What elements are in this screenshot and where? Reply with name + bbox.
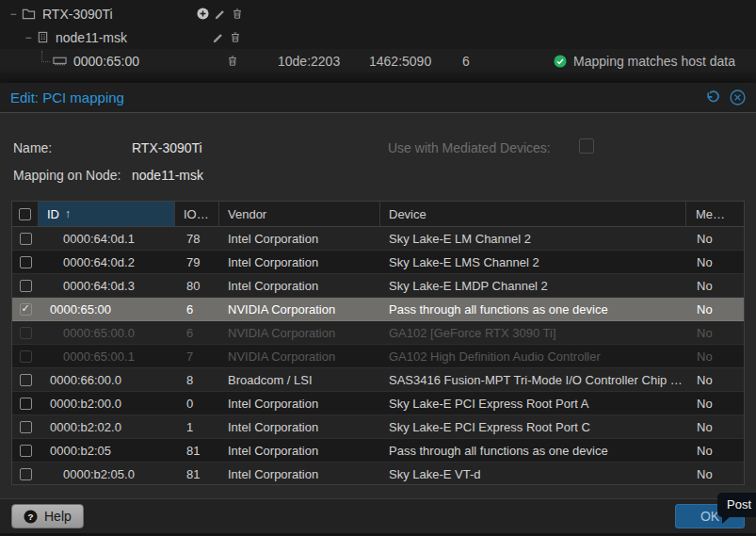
collapse-toggle-icon[interactable]: − [23, 31, 34, 44]
node-icon [37, 31, 49, 43]
cell-device: Sky Lake-E PCI Express Root Port A [380, 397, 686, 411]
edit-pci-mapping-dialog: Edit: PCI mapping Name: RTX-3090Ti Mappi… [0, 83, 756, 533]
cell-vendor: Intel Corporation [219, 444, 380, 458]
cell-vendor: NVIDIA Corporation [219, 326, 380, 340]
edit-node-mapping-button[interactable] [213, 32, 224, 43]
cell-mediated: No [686, 397, 739, 411]
delete-device-mapping-button[interactable] [227, 55, 238, 67]
cell-vendor: Intel Corporation [219, 397, 380, 411]
cell-vendor: Intel Corporation [219, 255, 380, 269]
mediated-devices-checkbox [579, 138, 594, 154]
cell-device: Pass through all functions as one device [380, 302, 686, 317]
cell-device: Pass through all functions as one device [380, 444, 686, 458]
cell-mediated: No [686, 232, 739, 246]
table-row[interactable]: 0000:65:00 6 NVIDIA Corporation Pass thr… [12, 298, 744, 321]
pci-device-table: ID ↑ IO… Vendor Device Me… 0000:64:0d.1 … [11, 201, 745, 485]
cell-id: 0000:65:00.0 [39, 326, 175, 340]
table-row[interactable]: 0000:b2:00.0 0 Intel Corporation Sky Lak… [12, 392, 744, 415]
cell-device: Sky Lake-E VT-d [380, 467, 686, 481]
cell-mediated: No [686, 326, 739, 340]
cell-vendor: NVIDIA Corporation [219, 302, 380, 317]
cell-iommu-group: 1 [175, 420, 219, 434]
cell-iommu-group: 81 [175, 444, 219, 458]
cell-id: 0000:64:0d.2 [39, 255, 175, 269]
table-row[interactable]: 0000:64:0d.2 79 Intel Corporation Sky La… [12, 251, 744, 274]
folder-icon [22, 8, 36, 20]
reset-icon[interactable] [705, 90, 720, 106]
cell-vendor: Intel Corporation [219, 467, 380, 481]
cell-iommu-group: 79 [175, 255, 219, 269]
table-row[interactable]: 0000:b2:02.0 1 Intel Corporation Sky Lak… [12, 415, 744, 439]
table-header-row: ID ↑ IO… Vendor Device Me… [12, 202, 744, 227]
collapse-toggle-icon[interactable]: − [8, 8, 19, 21]
close-icon[interactable] [730, 89, 746, 106]
pci-table-body: 0000:64:0d.1 78 Intel Corporation Sky La… [12, 227, 744, 485]
table-row: 0000:65:00.0 6 NVIDIA Corporation GA102 … [12, 321, 744, 345]
iommu-group-value: 6 [462, 49, 470, 73]
cell-device: GA102 [GeForce RTX 3090 Ti] [380, 326, 686, 340]
column-header-vendor[interactable]: Vendor [219, 202, 380, 226]
row-checkbox[interactable] [20, 421, 32, 433]
row-checkbox[interactable] [20, 233, 32, 245]
cell-device: Sky Lake-E LM Channel 2 [380, 232, 686, 246]
cell-iommu-group: 8 [175, 373, 219, 387]
dialog-footer: ? Help OK [0, 498, 756, 533]
cell-vendor: Intel Corporation [219, 279, 380, 293]
dialog-titlebar: Edit: PCI mapping [0, 83, 756, 113]
row-checkbox[interactable] [20, 398, 32, 410]
cell-id: 0000:b2:02.0 [39, 420, 175, 434]
row-checkbox[interactable] [20, 280, 32, 292]
select-all-checkbox-cell[interactable] [12, 202, 39, 226]
table-row[interactable]: 0000:b2:05.0 81 Intel Corporation Sky La… [12, 463, 744, 485]
edit-mapping-button[interactable] [215, 8, 226, 20]
delete-mapping-button[interactable] [232, 8, 243, 20]
row-checkbox[interactable] [20, 445, 32, 457]
cell-id: 0000:64:0d.3 [39, 279, 175, 293]
table-row[interactable]: 0000:b2:05 81 Intel Corporation Pass thr… [12, 439, 744, 463]
column-header-iommu[interactable]: IO… [175, 202, 219, 226]
select-all-checkbox[interactable] [19, 208, 31, 220]
cell-id: 0000:b2:05.0 [39, 467, 175, 481]
add-mapping-button[interactable] [197, 8, 209, 20]
row-checkbox[interactable] [20, 303, 32, 316]
row-checkbox [20, 327, 32, 339]
cell-mediated: No [686, 255, 739, 269]
cell-mediated: No [686, 279, 739, 293]
cell-device: GA102 High Definition Audio Controller [380, 349, 686, 364]
cell-id: 0000:66:00.0 [39, 373, 175, 387]
row-checkbox[interactable] [20, 468, 32, 480]
cell-mediated: No [686, 349, 739, 364]
table-row[interactable]: 0000:64:0d.3 80 Intel Corporation Sky La… [12, 274, 744, 298]
cell-vendor: Broadcom / LSI [219, 373, 380, 387]
cell-iommu-group: 80 [175, 279, 219, 293]
tooltip: Post [717, 493, 756, 517]
mapping-status: Mapping matches host data [554, 49, 735, 73]
column-header-mediated[interactable]: Me… [686, 202, 739, 226]
table-row[interactable]: 0000:66:00.0 8 Broadcom / LSI SAS3416 Fu… [12, 368, 744, 392]
node-field-label: Mapping on Node: [13, 168, 121, 183]
svg-text:?: ? [27, 511, 33, 521]
question-circle-icon: ? [24, 510, 38, 524]
pci-card-icon [53, 56, 67, 67]
delete-node-mapping-button[interactable] [230, 31, 241, 43]
mediated-devices-label: Use with Mediated Devices: [388, 140, 551, 155]
table-row[interactable]: 0000:64:0d.1 78 Intel Corporation Sky La… [12, 227, 744, 251]
cell-id: 0000:64:0d.1 [39, 232, 175, 246]
cell-id: 0000:b2:05 [39, 444, 175, 458]
cell-device: SAS3416 Fusion-MPT Tri-Mode I/O Controll… [380, 373, 686, 387]
dialog-title: Edit: PCI mapping [10, 89, 124, 106]
cell-vendor: NVIDIA Corporation [219, 349, 380, 364]
name-field-label: Name: [13, 140, 52, 155]
tree-node-device[interactable]: 0000:65:00 10de:2203 1462:5090 6 Mapping… [0, 49, 756, 73]
mapping-tree: − RTX-3090Ti − node11-ms [0, 2, 756, 73]
cell-mediated: No [686, 373, 739, 387]
row-checkbox [20, 350, 32, 363]
row-checkbox[interactable] [20, 374, 32, 386]
column-header-id[interactable]: ID ↑ [39, 202, 175, 226]
tree-node-host[interactable]: − node11-msk [0, 25, 756, 49]
row-checkbox[interactable] [20, 256, 32, 268]
help-button[interactable]: ? Help [11, 504, 84, 528]
vendor-device-id: 10de:2203 [278, 49, 340, 73]
tree-node-mapping[interactable]: − RTX-3090Ti [0, 2, 756, 25]
column-header-device[interactable]: Device [380, 202, 686, 226]
